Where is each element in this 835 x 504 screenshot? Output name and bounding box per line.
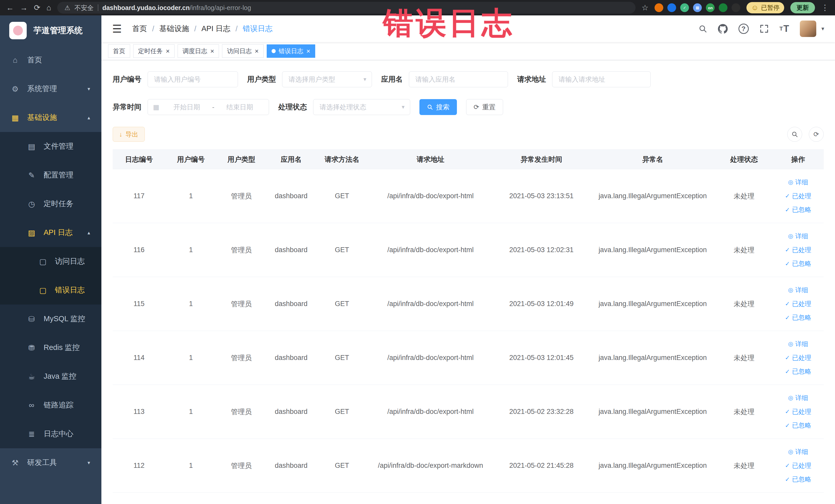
sidebar-item-home[interactable]: ⌂首页 <box>0 46 101 75</box>
github-icon[interactable] <box>718 24 728 34</box>
export-button[interactable]: ↓ 导出 <box>113 127 145 142</box>
app-name-input[interactable] <box>409 72 508 87</box>
processed-link[interactable]: ✓已处理 <box>775 297 821 311</box>
paused-badge[interactable]: ☺ 已暂停 <box>747 2 784 13</box>
sidebar-item-mysql[interactable]: ⛁MySQL 监控 <box>0 304 101 333</box>
back-icon[interactable]: ← <box>6 4 14 12</box>
ignored-link[interactable]: ✓已忽略 <box>775 203 821 217</box>
sidebar-item-label: 定时任务 <box>44 199 91 209</box>
breadcrumb-item[interactable]: 首页 <box>132 24 147 34</box>
processed-label: 已处理 <box>792 243 811 257</box>
ignored-link[interactable]: ✓已忽略 <box>775 365 821 379</box>
sidebar-item-java[interactable]: ☕Java 监控 <box>0 362 101 391</box>
extension-icon[interactable] <box>719 3 728 12</box>
sidebar-item-error-log[interactable]: ▢错误日志 <box>0 276 101 304</box>
ignored-link[interactable]: ✓已忽略 <box>775 311 821 324</box>
security-label[interactable]: 不安全 <box>75 4 94 12</box>
tab-error-log[interactable]: 错误日志× <box>267 44 315 58</box>
ignored-link[interactable]: ✓已忽略 <box>775 472 821 486</box>
sidebar-item-label: 链路追踪 <box>44 400 91 410</box>
active-tab-dot-icon <box>271 49 276 53</box>
filter-row-1: 用户编号 用户类型 ▾ 应用名 请 <box>113 72 824 87</box>
detail-link[interactable]: ◎详细 <box>775 175 821 189</box>
request-url-input[interactable] <box>552 72 651 87</box>
url-text[interactable]: dashboard.yudao.iocoder.cn/infra/log/api… <box>102 4 251 12</box>
sidebar-item-config[interactable]: ✎配置管理 <box>0 161 101 189</box>
search-icon[interactable] <box>698 24 707 33</box>
extension-icon[interactable]: ▦ <box>693 3 702 12</box>
breadcrumb-item[interactable]: 错误日志 <box>243 24 272 34</box>
logo[interactable]: 芋道管理系统 <box>0 15 101 46</box>
user-type-select-input[interactable] <box>282 72 372 87</box>
address-bar[interactable]: ⚠ 不安全 dashboard.yudao.iocoder.cn/infra/l… <box>57 2 635 14</box>
detail-link[interactable]: ◎详细 <box>775 391 821 405</box>
extension-icon[interactable] <box>667 3 676 12</box>
avatar[interactable] <box>800 21 816 37</box>
help-icon[interactable]: ? <box>738 24 749 34</box>
search-button[interactable]: 搜索 <box>420 99 457 115</box>
search-toggle-button[interactable] <box>787 127 802 142</box>
breadcrumb-item[interactable]: API 日志 <box>202 24 230 34</box>
cell-time: 2021-05-02 21:45:28 <box>493 439 590 493</box>
processed-link[interactable]: ✓已处理 <box>775 243 821 257</box>
extension-icon[interactable] <box>655 3 663 12</box>
date-range-picker[interactable]: ▦ 开始日期 - 结束日期 <box>148 99 269 115</box>
sidebar-item-infra[interactable]: ▦基础设施▴ <box>0 103 101 132</box>
close-icon[interactable]: × <box>306 48 310 55</box>
user-type-select[interactable]: ▾ <box>282 72 372 87</box>
tab-job-log[interactable]: 调度日志× <box>178 44 219 58</box>
sidebar-item-log-center[interactable]: ≣日志中心 <box>0 420 101 448</box>
tab-job[interactable]: 定时任务× <box>133 44 175 58</box>
close-icon[interactable]: × <box>210 48 214 55</box>
sidebar-item-api-log[interactable]: ▨API 日志▴ <box>0 218 101 247</box>
cell-time: 2021-05-03 12:02:31 <box>493 223 590 277</box>
processed-link[interactable]: ✓已处理 <box>775 351 821 365</box>
sidebar-item-dev-tools[interactable]: ⚒研发工具▾ <box>0 448 101 477</box>
detail-link[interactable]: ◎详细 <box>775 337 821 351</box>
sidebar-item-label: Redis 监控 <box>44 343 91 353</box>
sidebar-item-trace[interactable]: ∞链路追踪 <box>0 391 101 420</box>
ignored-link[interactable]: ✓已忽略 <box>775 419 821 432</box>
ignored-link[interactable]: ✓已忽略 <box>775 257 821 270</box>
user-id-input[interactable] <box>148 72 238 87</box>
processed-link[interactable]: ✓已处理 <box>775 189 821 203</box>
forward-icon[interactable]: → <box>20 4 28 12</box>
tab-home[interactable]: 首页 <box>108 44 130 58</box>
font-size-icon[interactable] <box>779 23 789 34</box>
detail-label: 详细 <box>795 229 808 243</box>
sidebar-item-job[interactable]: ◷定时任务 <box>0 189 101 218</box>
sidebar-item-file[interactable]: ▤文件管理 <box>0 132 101 161</box>
extension-icon[interactable]: ✓ <box>680 3 689 12</box>
menu-dots-icon[interactable]: ⋮ <box>821 4 829 12</box>
tab-access-log[interactable]: 访问日志× <box>222 44 263 58</box>
fullscreen-icon[interactable] <box>759 24 769 33</box>
detail-link[interactable]: ◎详细 <box>775 229 821 243</box>
bookmark-star-icon[interactable]: ☆ <box>642 4 649 12</box>
detail-link[interactable]: ◎详细 <box>775 283 821 297</box>
sidebar-item-access-log[interactable]: ▢访问日志 <box>0 247 101 276</box>
processed-link[interactable]: ✓已处理 <box>775 459 821 473</box>
processed-link[interactable]: ✓已处理 <box>775 405 821 419</box>
sidebar-item-system[interactable]: ⚙系统管理▾ <box>0 75 101 103</box>
reset-button[interactable]: ⟳ 重置 <box>466 99 503 115</box>
avatar-chevron-down-icon[interactable]: ▾ <box>821 25 824 32</box>
extension-icon[interactable]: on <box>706 3 715 12</box>
process-status-select-input[interactable] <box>313 99 410 115</box>
processed-label: 已处理 <box>792 405 811 419</box>
extension-icon[interactable] <box>732 3 740 12</box>
browser-home-icon[interactable]: ⌂ <box>46 4 51 12</box>
detail-link[interactable]: ◎详细 <box>775 445 821 459</box>
timer-icon: ◷ <box>27 200 37 208</box>
sidebar-item-redis[interactable]: ⛃Redis 监控 <box>0 333 101 362</box>
update-button[interactable]: 更新 <box>790 2 815 13</box>
reload-icon[interactable]: ⟳ <box>34 4 40 12</box>
breadcrumb-item[interactable]: 基础设施 <box>159 24 189 34</box>
hamburger-icon[interactable]: ☰ <box>112 23 122 35</box>
column-header: 异常发生时间 <box>493 150 590 169</box>
close-icon[interactable]: × <box>166 48 170 55</box>
cell-exception: java.lang.IllegalArgumentException <box>590 169 716 223</box>
url-host: dashboard.yudao.iocoder.cn <box>102 4 190 11</box>
process-status-select[interactable]: ▾ <box>313 99 410 115</box>
close-icon[interactable]: × <box>254 48 259 55</box>
refresh-button[interactable]: ⟳ <box>809 127 824 142</box>
